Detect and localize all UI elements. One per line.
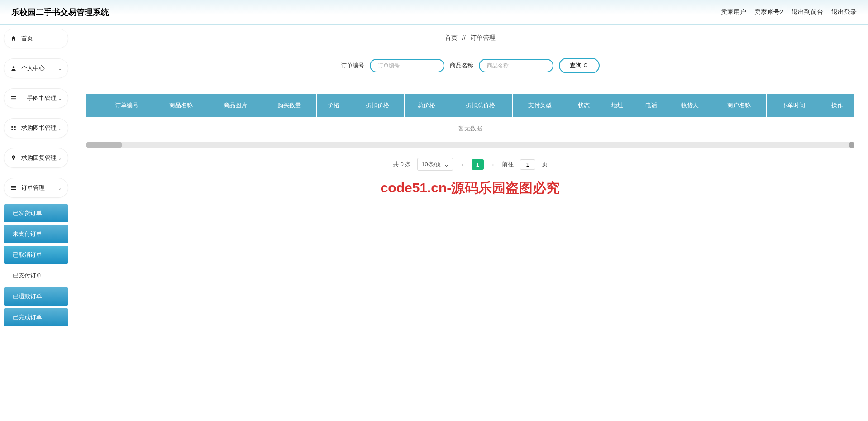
submenu-refunded-orders[interactable]: 已退款订单 [4,287,68,306]
th-total-price: 总价格 [405,94,448,117]
chevron-down-icon: ⌄ [58,186,62,191]
search-input-order[interactable] [370,59,444,72]
th-price: 价格 [316,94,350,117]
submenu-completed-orders[interactable]: 已完成订单 [4,308,68,326]
sidebar-item-label: 首页 [21,34,33,43]
sidebar-item-label: 二手图书管理 [21,94,57,102]
search-input-product[interactable] [479,59,553,72]
sidebar-item-home[interactable]: 首页 [4,29,68,48]
scrollbar-thumb-right[interactable] [849,142,854,148]
th-pay-type: 支付类型 [513,94,567,117]
header: 乐校园二手书交易管理系统 卖家用户 卖家账号2 退出到前台 退出登录 [0,0,868,25]
sidebar-item-wanted-books[interactable]: 求购图书管理 ⌄ [4,118,68,138]
svg-rect-6 [11,129,13,130]
sidebar-item-label: 个人中心 [21,64,45,72]
svg-rect-1 [11,96,16,97]
sidebar-item-wanted-reply[interactable]: 求购回复管理 ⌄ [4,148,68,168]
list-icon [10,185,17,191]
svg-rect-2 [11,98,16,98]
orders-table: 订单编号 商品名称 商品图片 购买数量 价格 折扣价格 总价格 折扣总价格 支付… [86,94,854,140]
pagination: 共 0 条 10条/页 ⌄ ‹ 1 › 前往 页 [86,158,854,171]
empty-row: 暂无数据 [86,117,854,140]
search-button-label: 查询 [570,62,582,70]
sidebar-item-label: 订单管理 [21,184,45,192]
breadcrumb-home[interactable]: 首页 [445,34,458,41]
sidebar-item-profile[interactable]: 个人中心 ⌄ [4,58,68,78]
horizontal-scrollbar[interactable] [86,142,854,148]
svg-point-11 [584,64,587,67]
sidebar-item-label: 求购图书管理 [21,124,57,132]
th-order-no: 订单编号 [100,94,154,117]
svg-rect-8 [11,186,16,187]
chevron-down-icon: ⌄ [58,96,62,101]
user-account-link[interactable]: 卖家账号2 [754,8,783,16]
page-goto-label: 前往 [502,160,514,168]
bars-icon [10,95,17,101]
table-header-row: 订单编号 商品名称 商品图片 购买数量 价格 折扣价格 总价格 折扣总价格 支付… [86,94,854,117]
sidebar: 首页 个人中心 ⌄ 二手图书管理 ⌄ [0,25,72,421]
th-discount-price: 折扣价格 [350,94,405,117]
main-container: 首页 个人中心 ⌄ 二手图书管理 ⌄ [0,25,868,421]
scrollbar-thumb-left[interactable] [86,142,122,148]
th-discount-total: 折扣总价格 [448,94,513,117]
submenu-paid-orders[interactable]: 已支付订单 [4,267,68,285]
submenu-cancelled-orders[interactable]: 已取消订单 [4,246,68,264]
th-checkbox[interactable] [86,94,100,117]
page-size-label: 10条/页 [421,160,441,168]
svg-rect-9 [11,187,16,188]
submenu-shipped-orders[interactable]: 已发货订单 [4,204,68,222]
th-action: 操作 [820,94,854,117]
svg-rect-3 [11,100,16,100]
sidebar-item-label: 求购回复管理 [21,154,57,162]
user-icon [10,65,17,72]
search-label-product: 商品名称 [450,62,473,70]
page-size-select[interactable]: 10条/页 ⌄ [417,158,453,171]
logout-link[interactable]: 退出登录 [831,8,857,16]
search-label-order: 订单编号 [341,62,364,70]
sidebar-item-orders[interactable]: 订单管理 ⌄ [4,178,68,198]
svg-rect-7 [14,129,16,130]
svg-line-12 [587,67,588,68]
svg-rect-5 [14,126,16,128]
page-goto-suffix: 页 [542,160,548,168]
header-right: 卖家用户 卖家账号2 退出到前台 退出登录 [721,8,857,16]
orders-submenu: 已发货订单 未支付订单 已取消订单 已支付订单 已退款订单 已完成订单 [4,204,68,326]
th-order-time: 下单时间 [766,94,820,117]
th-receiver: 收货人 [668,94,712,117]
svg-point-0 [13,66,15,68]
page-goto-input[interactable] [520,159,535,170]
breadcrumb-current: 订单管理 [470,34,496,41]
chevron-down-icon: ⌄ [58,126,62,131]
search-button[interactable]: 查询 [559,58,600,73]
th-product-image: 商品图片 [208,94,262,117]
th-phone: 电话 [634,94,668,117]
page-prev-button[interactable]: ‹ [459,161,465,168]
th-product-name: 商品名称 [154,94,208,117]
svg-rect-10 [11,189,16,190]
pin-icon [10,155,17,161]
page-number-current[interactable]: 1 [472,159,484,170]
submenu-unpaid-orders[interactable]: 未支付订单 [4,225,68,243]
home-icon [10,35,17,42]
grid-icon [10,125,17,131]
breadcrumb-sep: // [462,34,466,41]
th-status: 状态 [567,94,601,117]
user-role-label: 卖家用户 [721,8,746,16]
watermark-red: code51.cn-源码乐园盗图必究 [381,179,560,197]
th-qty: 购买数量 [262,94,317,117]
search-icon [583,63,589,68]
th-merchant: 商户名称 [712,94,766,117]
breadcrumb: 首页 // 订单管理 [86,34,854,42]
chevron-down-icon: ⌄ [444,161,449,168]
table-wrapper: 订单编号 商品名称 商品图片 购买数量 价格 折扣价格 总价格 折扣总价格 支付… [86,94,854,148]
chevron-down-icon: ⌄ [58,156,62,161]
app-title: 乐校园二手书交易管理系统 [11,7,109,18]
empty-text: 暂无数据 [86,117,854,140]
page-next-button[interactable]: › [490,161,496,168]
exit-front-link[interactable]: 退出到前台 [792,8,823,16]
chevron-down-icon: ⌄ [58,66,62,71]
pagination-total: 共 0 条 [393,160,411,168]
svg-rect-4 [11,126,13,128]
sidebar-item-used-books[interactable]: 二手图书管理 ⌄ [4,88,68,108]
main-content: 首页 // 订单管理 订单编号 商品名称 查询 订单编号 [72,25,868,421]
